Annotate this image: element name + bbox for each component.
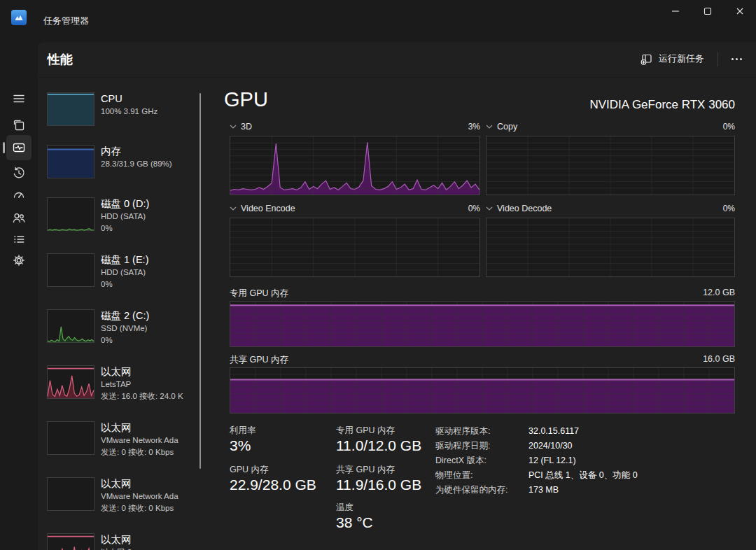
stat-temperature: 温度 38 °C [336,502,373,532]
video-encode-chart [230,218,480,277]
stat-value: 11.9/16.0 GB [336,475,421,494]
sidebar-item-title: 内存 [101,145,196,158]
run-new-task-icon [640,52,652,65]
detail-row: 物理位置:PCI 总线 1、设备 0、功能 0 [435,468,638,483]
sidebar-item-disk-2[interactable]: 磁盘 2 (C:)SSD (NVMe)0% [41,306,200,349]
hamburger-icon [12,92,26,106]
maximize-button[interactable] [692,0,724,22]
run-new-task-button[interactable]: 运行新任务 [634,48,710,69]
close-icon [734,6,746,17]
dedicated-memory-chart [230,301,735,347]
detail-label: DirectX 版本: [435,453,528,468]
chevron-down-icon[interactable] [230,206,237,211]
stat-label: 利用率 [230,425,256,436]
app-icon [11,10,27,25]
gpu-device-name: NVIDIA GeForce RTX 3060 [589,98,735,112]
ellipsis-icon [732,58,734,60]
toolbar-separator [718,52,718,66]
chart-value-video-encode: 0% [468,204,480,213]
sidebar-item-subtext: 28.3/31.9 GB (89%) [101,158,196,170]
title-bar: 任务管理器 [0,0,756,42]
task-manager-window: 任务管理器 [0,0,756,550]
detail-label: 驱动程序版本: [435,424,528,439]
sidebar-item-ethernet-4[interactable]: 以太网以太网 2发送: 96.0 接收: 96.0 K [41,530,200,550]
processes-icon [12,118,26,132]
performance-sidebar-list: CPU100% 3.91 GHz内存28.3/31.9 GB (89%)磁盘 0… [38,78,200,550]
sidebar-item-subtext: 发送: 0 接收: 0 Kbps [101,446,196,458]
sidebar-item-title: 以太网 [101,365,196,379]
close-button[interactable] [724,0,756,22]
video-decode-chart [486,218,735,277]
stat-value: 22.9/28.0 GB [230,475,316,494]
sidebar-item-subtext: HDD (SATA) [101,267,196,278]
sidebar-item-title: 磁盘 2 (C:) [101,309,196,323]
detail-label: 为硬件保留的内存: [435,483,528,498]
sidebar-item-disk-0[interactable]: 磁盘 0 (D:)HDD (SATA)0% [41,195,200,237]
thumbnail-chart-disk-2 [47,309,94,343]
more-options-button[interactable] [725,49,748,69]
thumbnail-chart-ethernet-3 [47,477,94,511]
stat-utilization: 利用率 3% [230,425,256,455]
stat-value: 38 °C [336,513,373,532]
menu-button[interactable] [8,87,30,110]
thumbnail-chart-cpu [47,92,94,126]
sidebar-item-services[interactable] [8,249,30,272]
performance-icon [12,141,26,155]
sidebar-item-details[interactable] [8,228,30,251]
detail-value: PCI 总线 1、设备 0、功能 0 [528,468,638,483]
thumbnail-chart-ethernet-1 [47,365,94,399]
chart-value-3d: 3% [468,122,480,132]
detail-value: 2024/10/30 [528,439,573,453]
sidebar-item-app-history[interactable] [8,162,30,184]
startup-icon [12,188,26,202]
gpu-copy-chart [486,136,735,195]
sidebar-item-subtext: HDD (SATA) [101,211,196,223]
sidebar-item-ethernet-2[interactable]: 以太网VMware Network Ada发送: 0 接收: 0 Kbps [41,418,200,461]
detail-label: 物理位置: [435,468,528,483]
sidebar-item-ethernet-3[interactable]: 以太网VMware Network Ada发送: 0 接收: 0 Kbps [41,474,200,517]
gpu-panel-title: GPU [224,88,268,111]
sidebar-item-performance[interactable] [6,135,31,160]
minimize-button[interactable] [659,0,692,22]
chart-label-video-encode[interactable]: Video Encode [241,204,295,213]
dedicated-memory-capacity: 12.0 GB [703,288,735,299]
chevron-down-icon[interactable] [230,125,237,129]
sidebar-item-disk-1[interactable]: 磁盘 1 (E:)HDD (SATA)0% [41,251,200,293]
detail-row: DirectX 版本:12 (FL 12.1) [435,453,638,468]
services-icon [12,253,26,267]
sidebar-item-startup-apps[interactable] [8,183,30,206]
shared-memory-label: 共享 GPU 内存 [230,354,288,366]
selected-indicator-pill [3,142,5,153]
sidebar-item-subtext: VMware Network Ada [101,491,196,502]
sidebar-item-ethernet-1[interactable]: 以太网LetsTAP发送: 16.0 接收: 24.0 K [41,362,200,405]
sidebar-item-title: 磁盘 0 (D:) [101,197,196,211]
sidebar-item-title: 以太网 [101,421,196,435]
chart-value-video-decode: 0% [723,204,735,213]
detail-value: 32.0.15.6117 [528,424,579,439]
chart-label-video-decode[interactable]: Video Decode [497,204,552,213]
chart-label-3d[interactable]: 3D [241,122,252,132]
sidebar-item-processes[interactable] [8,114,30,136]
chevron-down-icon[interactable] [486,125,493,129]
chevron-down-icon[interactable] [486,206,493,211]
thumbnail-chart-disk-0 [47,197,94,231]
sidebar-item-subtext: 发送: 16.0 接收: 24.0 K [101,390,196,402]
sidebar-item-title: 磁盘 1 (E:) [101,253,196,267]
sidebar-item-subtext: LetsTAP [101,379,196,390]
history-icon [12,166,26,180]
detail-value: 173 MB [528,483,559,498]
task-manager-logo-icon [13,12,24,23]
stat-label: 专用 GPU 内存 [336,425,421,436]
stat-label: 共享 GPU 内存 [336,464,421,475]
sidebar-item-subtext: 以太网 2 [101,547,196,550]
sidebar-item-users[interactable] [8,206,30,229]
sidebar-scrollbar[interactable] [200,93,201,469]
detail-value: 12 (FL 12.1) [528,453,576,468]
dedicated-memory-label: 专用 GPU 内存 [230,288,288,299]
sidebar-item-title: 以太网 [101,533,196,547]
sidebar-item-memory[interactable]: 内存28.3/31.9 GB (89%) [41,142,200,181]
chart-label-copy[interactable]: Copy [497,122,517,132]
sidebar-item-subtext: VMware Network Ada [101,435,196,446]
command-bar-divider [38,77,756,78]
sidebar-item-cpu[interactable]: CPU100% 3.91 GHz [41,90,200,129]
